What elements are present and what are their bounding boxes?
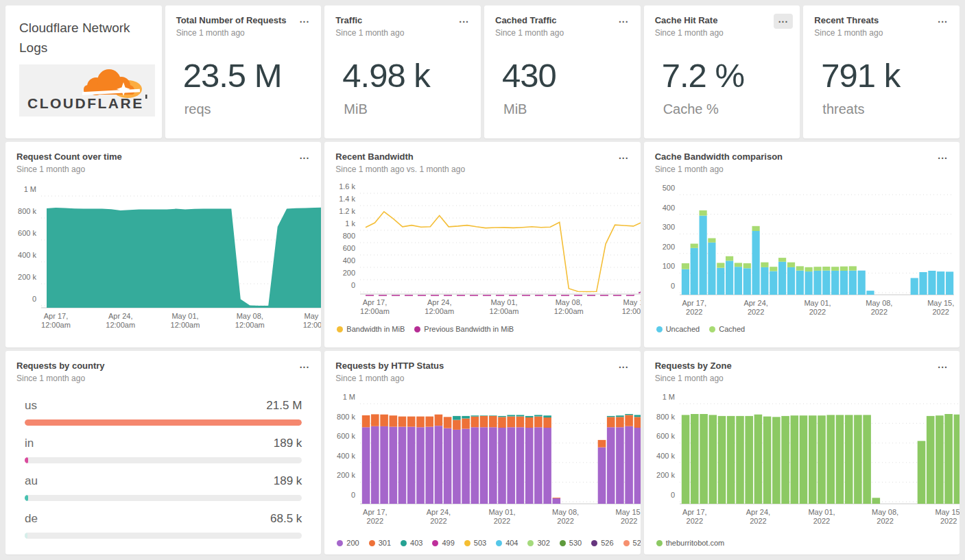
stat-value: 7.2 %	[662, 56, 744, 95]
svg-text:Apr 17,: Apr 17,	[44, 312, 68, 320]
panel-requests-by-zone: 1 M800 k600 k400 k200 k0Apr 17,2022Apr 2…	[644, 351, 960, 555]
country-bar-fill	[25, 533, 27, 539]
legend-item-526[interactable]: 526	[591, 539, 613, 547]
country-value: 68.5 k	[270, 512, 302, 526]
svg-text:2022: 2022	[431, 517, 447, 525]
panel-menu-icon[interactable]: ...	[614, 14, 634, 29]
legend-item-previous-bandwidth-in-mib[interactable]: Previous Bandwidth in MiB	[414, 325, 514, 333]
panel-traffic: Traffic Since 1 month ago ... 4.98 k MiB	[324, 5, 481, 138]
legend-item-301[interactable]: 301	[369, 539, 391, 547]
panel-menu-icon[interactable]: ...	[295, 14, 315, 29]
svg-text:600 k: 600 k	[656, 432, 675, 440]
svg-text:2022: 2022	[686, 308, 702, 316]
panel-requests-by-country: Requests by country Since 1 month ago ..…	[5, 351, 321, 555]
country-row: au 189 k	[25, 474, 302, 501]
cloudflare-logo: CLOUDFLARE	[19, 64, 155, 117]
stat-value: 791 k	[821, 56, 900, 95]
legend-item-302[interactable]: 302	[527, 539, 549, 547]
country-code: in	[25, 437, 34, 450]
country-value: 189 k	[274, 437, 302, 450]
svg-text:2022: 2022	[870, 308, 887, 316]
panel-header: Requests by Zone Since 1 month ago	[655, 361, 929, 383]
panel-subtitle: Since 1 month ago	[655, 374, 929, 383]
panel-menu-icon[interactable]: ...	[295, 150, 315, 165]
svg-text:Apr 17,: Apr 17,	[363, 298, 387, 306]
panel-menu-icon[interactable]: ...	[614, 150, 634, 165]
panel-header: Requests by country Since 1 month ago	[16, 361, 291, 383]
svg-text:2022: 2022	[877, 517, 893, 525]
panel-title: Cached Traffic	[495, 15, 610, 26]
legend-item-bandwidth-in-mib[interactable]: Bandwidth in MiB	[337, 325, 405, 333]
country-bar-fill	[25, 495, 28, 501]
svg-text:2022: 2022	[686, 517, 702, 525]
legend-item-cached[interactable]: Cached	[709, 325, 745, 333]
dashboard: Cloudflare Network Logs CLOUDFLARE	[0, 0, 965, 560]
panel-menu-icon[interactable]: ...	[933, 359, 953, 374]
panel-title: Total Number of Requests	[176, 15, 291, 26]
svg-text:1.2 k: 1.2 k	[339, 207, 355, 215]
legend-dot-icon	[656, 326, 663, 332]
country-bar-track	[25, 457, 302, 463]
legend-item-theburritobot-com[interactable]: theburritobot.com	[656, 539, 725, 547]
svg-text:12:00a: 12:00a	[303, 321, 322, 329]
svg-text:12:00am: 12:00am	[425, 307, 455, 315]
legend-item-200[interactable]: 200	[337, 539, 359, 547]
panel-menu-icon[interactable]: ...	[454, 14, 474, 29]
chart-legend: Bandwidth in MiBPrevious Bandwidth in Mi…	[337, 325, 514, 333]
svg-text:Apr 24,: Apr 24,	[427, 508, 451, 516]
svg-text:2022: 2022	[367, 517, 383, 525]
country-bar-fill	[25, 457, 28, 463]
panel-title: Recent Bandwidth	[335, 151, 610, 162]
svg-text:200: 200	[343, 269, 355, 277]
legend-item-404[interactable]: 404	[496, 539, 518, 547]
svg-text:400: 400	[662, 204, 674, 212]
country-value: 189 k	[274, 474, 302, 488]
panel-subtitle: Since 1 month ago	[335, 28, 451, 38]
svg-text:May 01,: May 01,	[491, 298, 518, 306]
svg-text:12:00am: 12:00am	[554, 307, 584, 315]
svg-text:May 01,: May 01,	[171, 312, 198, 320]
panel-title: Requests by Zone	[655, 361, 929, 372]
panel-menu-icon[interactable]: ...	[933, 14, 953, 29]
panel-title: Traffic	[335, 15, 451, 26]
svg-text:Apr 17,: Apr 17,	[363, 508, 387, 516]
legend-dot-icon	[414, 326, 420, 332]
stat-value: 430	[502, 56, 556, 95]
panel-menu-icon[interactable]: ...	[933, 150, 953, 165]
svg-text:12:00am: 12:00am	[490, 307, 519, 315]
chart-legend: 200301403499503404302530526524	[337, 539, 640, 547]
legend-item-503[interactable]: 503	[464, 539, 486, 547]
svg-text:600: 600	[343, 244, 355, 252]
panel-menu-icon[interactable]: ...	[295, 359, 315, 374]
svg-text:May 15,: May 15,	[927, 299, 954, 307]
panel-header: Cache Bandwidth comparison Since 1 month…	[655, 151, 929, 174]
country-bar-list: us 21.5 M in 189 k	[25, 399, 302, 550]
country-code: au	[25, 474, 38, 488]
country-row: de 68.5 k	[25, 512, 302, 539]
svg-text:800 k: 800 k	[656, 413, 675, 421]
panel-header: Requests by HTTP Status Since 1 month ag…	[335, 361, 610, 383]
panel-menu-icon[interactable]: ...	[774, 14, 794, 29]
panel-menu-icon[interactable]: ...	[614, 359, 634, 374]
panel-title: Recent Threats	[814, 15, 929, 26]
svg-text:200 k: 200 k	[18, 273, 36, 281]
stat-value: 4.98 k	[342, 56, 429, 95]
legend-item-530[interactable]: 530	[560, 539, 582, 547]
panel-total-requests: Total Number of Requests Since 1 month a…	[165, 5, 322, 138]
svg-text:400: 400	[343, 256, 355, 265]
svg-text:200 k: 200 k	[656, 471, 675, 479]
svg-text:500: 500	[662, 184, 674, 192]
svg-text:May 08,: May 08,	[872, 508, 898, 516]
cloudflare-logo-image: CLOUDFLARE	[19, 64, 155, 117]
legend-item-uncached[interactable]: Uncached	[656, 325, 700, 333]
legend-item-499[interactable]: 499	[432, 539, 454, 547]
svg-text:12:00a: 12:00a	[622, 307, 641, 315]
legend-item-403[interactable]: 403	[401, 539, 422, 547]
panel-header: Cache Hit Rate Since 1 month ago	[655, 15, 770, 38]
svg-text:May 01,: May 01,	[804, 299, 831, 307]
legend-dot-icon	[369, 540, 375, 546]
country-row: in 189 k	[25, 437, 302, 463]
charts-row-1: 1 M800 k600 k400 k200 k0Apr 17,12:00amAp…	[5, 142, 960, 348]
legend-item-524[interactable]: 524	[623, 539, 641, 547]
panel-recent-threats: Recent Threats Since 1 month ago ... 791…	[803, 5, 960, 138]
